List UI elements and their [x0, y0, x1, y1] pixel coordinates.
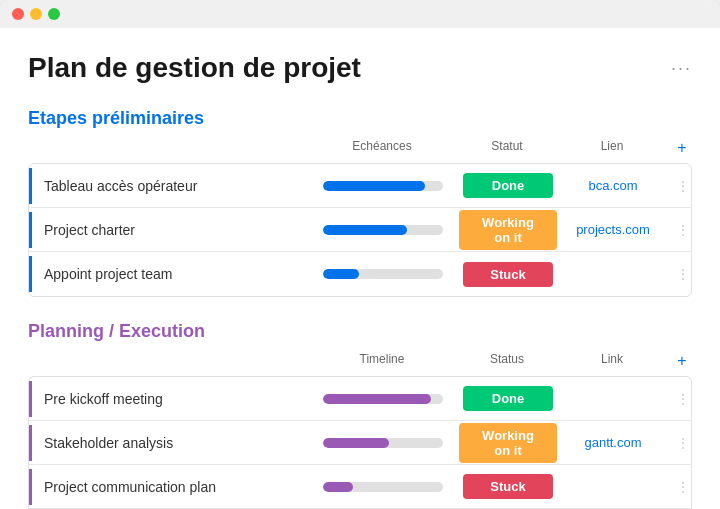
- col-headers-2: TimelineStatusLink+: [28, 348, 692, 374]
- section-header-1: Etapes préliminaires: [28, 108, 692, 129]
- table-row: Project charterWorking on itprojects.com…: [29, 208, 691, 252]
- close-dot[interactable]: [12, 8, 24, 20]
- row-name-cell: Project charter: [29, 212, 313, 248]
- fullscreen-dot[interactable]: [48, 8, 60, 20]
- table-row: Pre kickoff meetingDone⋮: [29, 377, 691, 421]
- status-cell: Stuck: [453, 262, 563, 287]
- progress-bar-fill: [323, 181, 425, 191]
- status-badge: Stuck: [463, 474, 553, 499]
- col-header-2-3: Link: [562, 352, 662, 370]
- table-row: Project communication planStuck⋮: [29, 465, 691, 509]
- more-options-button[interactable]: ···: [671, 58, 692, 79]
- status-badge: Stuck: [463, 262, 553, 287]
- progress-bar-fill: [323, 225, 407, 235]
- page-title: Plan de gestion de projet: [28, 52, 361, 84]
- section-2: Planning / ExecutionTimelineStatusLink+P…: [28, 321, 692, 509]
- add-column-button-2[interactable]: +: [662, 352, 702, 370]
- table-row: Tableau accès opérateurDonebca.com⋮: [29, 164, 691, 208]
- link-cell[interactable]: gantt.com: [563, 435, 663, 450]
- table-row: Stakeholder analysisWorking on itgantt.c…: [29, 421, 691, 465]
- status-badge: Working on it: [459, 210, 557, 250]
- progress-bar-fill: [323, 394, 431, 404]
- add-column-button-1[interactable]: +: [662, 139, 702, 157]
- col-header-2-0: [28, 352, 312, 370]
- row-action-cell: ⋮: [663, 479, 692, 495]
- sections-container: Etapes préliminairesEchéancesStatutLien+…: [28, 108, 692, 509]
- col-header-1-1: Echéances: [312, 139, 452, 157]
- progress-bar-bg: [323, 269, 443, 279]
- table-2: Pre kickoff meetingDone⋮Stakeholder anal…: [28, 376, 692, 509]
- section-1: Etapes préliminairesEchéancesStatutLien+…: [28, 108, 692, 297]
- app-window: Plan de gestion de projet ··· Etapes pré…: [0, 0, 720, 509]
- link-cell[interactable]: projects.com: [563, 222, 663, 237]
- drag-handle-icon[interactable]: ⋮: [676, 435, 690, 451]
- row-action-cell: ⋮: [663, 178, 692, 194]
- status-cell: Done: [453, 386, 563, 411]
- row-name-cell: Tableau accès opérateur: [29, 168, 313, 204]
- progress-bar-bg: [323, 394, 443, 404]
- progress-bar-fill: [323, 269, 359, 279]
- progress-bar-bg: [323, 181, 443, 191]
- drag-handle-icon[interactable]: ⋮: [676, 222, 690, 238]
- progress-bar-fill: [323, 438, 389, 448]
- status-cell: Stuck: [453, 474, 563, 499]
- row-action-cell: ⋮: [663, 222, 692, 238]
- col-header-1-2: Statut: [452, 139, 562, 157]
- progress-cell: [313, 269, 453, 279]
- row-action-cell: ⋮: [663, 266, 692, 282]
- drag-handle-icon[interactable]: ⋮: [676, 479, 690, 495]
- drag-handle-icon[interactable]: ⋮: [676, 391, 690, 407]
- drag-handle-icon[interactable]: ⋮: [676, 266, 690, 282]
- page-header: Plan de gestion de projet ···: [28, 52, 692, 84]
- row-action-cell: ⋮: [663, 391, 692, 407]
- status-badge: Working on it: [459, 423, 557, 463]
- status-cell: Working on it: [453, 210, 563, 250]
- progress-bar-bg: [323, 438, 443, 448]
- minimize-dot[interactable]: [30, 8, 42, 20]
- progress-cell: [313, 225, 453, 235]
- row-action-cell: ⋮: [663, 435, 692, 451]
- status-badge: Done: [463, 386, 553, 411]
- drag-handle-icon[interactable]: ⋮: [676, 178, 690, 194]
- progress-cell: [313, 438, 453, 448]
- col-header-2-1: Timeline: [312, 352, 452, 370]
- col-headers-1: EchéancesStatutLien+: [28, 135, 692, 161]
- row-name-cell: Pre kickoff meeting: [29, 381, 313, 417]
- table-1: Tableau accès opérateurDonebca.com⋮Proje…: [28, 163, 692, 297]
- section-header-2: Planning / Execution: [28, 321, 692, 342]
- section-title-2: Planning / Execution: [28, 321, 205, 342]
- col-header-1-3: Lien: [562, 139, 662, 157]
- section-title-1: Etapes préliminaires: [28, 108, 204, 129]
- row-name-cell: Appoint project team: [29, 256, 313, 292]
- progress-cell: [313, 394, 453, 404]
- progress-bar-bg: [323, 482, 443, 492]
- progress-cell: [313, 482, 453, 492]
- progress-bar-bg: [323, 225, 443, 235]
- status-cell: Working on it: [453, 423, 563, 463]
- col-header-2-2: Status: [452, 352, 562, 370]
- link-cell[interactable]: bca.com: [563, 178, 663, 193]
- page-content: Plan de gestion de projet ··· Etapes pré…: [0, 28, 720, 509]
- status-cell: Done: [453, 173, 563, 198]
- row-name-cell: Stakeholder analysis: [29, 425, 313, 461]
- progress-bar-fill: [323, 482, 353, 492]
- row-name-cell: Project communication plan: [29, 469, 313, 505]
- table-row: Appoint project teamStuck⋮: [29, 252, 691, 296]
- progress-cell: [313, 181, 453, 191]
- status-badge: Done: [463, 173, 553, 198]
- titlebar: [0, 0, 720, 28]
- col-header-1-0: [28, 139, 312, 157]
